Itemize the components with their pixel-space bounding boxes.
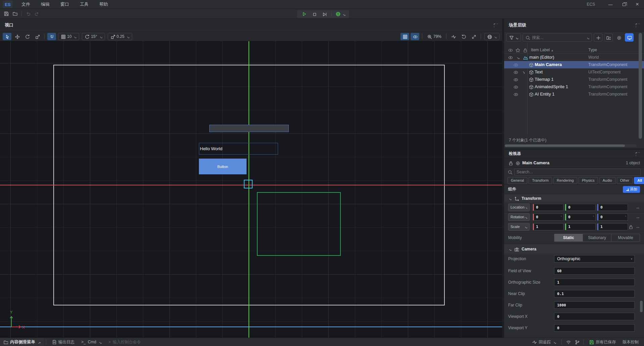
scale-y-input[interactable] — [565, 225, 595, 229]
scale-dropdown[interactable]: Scale — [508, 223, 530, 231]
scale-y-field[interactable] — [565, 223, 596, 230]
near-clip-field[interactable] — [554, 290, 635, 297]
tree-row-animatedsprite[interactable]: AnimatedSprite 1 TransformComponent — [504, 83, 644, 91]
rotate-tool-button[interactable] — [23, 33, 32, 40]
stats-button[interactable] — [449, 33, 458, 40]
fullscreen-button[interactable] — [469, 33, 478, 40]
rotation-y-input[interactable] — [565, 215, 595, 219]
visibility-column-icon[interactable] — [508, 48, 513, 52]
version-control-button[interactable]: 版本控制 — [619, 338, 644, 346]
minimize-button[interactable]: — — [604, 0, 617, 9]
gear-icon[interactable] — [515, 161, 520, 165]
rotation-dropdown[interactable]: Rotation — [508, 213, 530, 221]
scale-z-input[interactable] — [597, 225, 628, 229]
inspector-scrollbar[interactable] — [640, 301, 643, 321]
scale-z-field[interactable] — [597, 223, 628, 230]
rotation-x-input[interactable] — [533, 215, 563, 219]
scale-x-input[interactable] — [533, 225, 563, 229]
new-folder-button[interactable] — [604, 33, 613, 42]
tab-transform[interactable]: Transform — [529, 177, 552, 184]
tab-physics[interactable]: Physics — [579, 177, 598, 184]
orthographic-size-field[interactable] — [554, 279, 635, 286]
output-log-button[interactable]: 输出日志 — [48, 338, 78, 346]
projection-dropdown[interactable]: Orthographic ▾ — [554, 255, 635, 263]
column-type[interactable]: Type — [588, 48, 597, 52]
redo-button[interactable] — [33, 10, 41, 18]
tab-audio[interactable]: Audio — [599, 177, 615, 184]
save-button[interactable] — [2, 10, 11, 18]
scrollbar-thumb[interactable] — [640, 301, 643, 312]
location-dropdown[interactable]: Location — [508, 204, 530, 211]
viewport-y-field[interactable] — [554, 324, 635, 332]
stop-button[interactable] — [309, 10, 319, 18]
chevron-down-icon[interactable] — [516, 56, 520, 59]
far-clip-input[interactable] — [554, 303, 634, 307]
field-of-view-input[interactable] — [554, 269, 634, 273]
chevron-right-icon[interactable] — [521, 70, 525, 74]
content-drawer-button[interactable]: 内容侧滑菜单 — [0, 338, 44, 346]
mobility-static-option[interactable]: Static — [554, 234, 583, 241]
expand-panel-icon[interactable] — [635, 152, 639, 156]
selection-box[interactable] — [244, 180, 253, 188]
scale-tool-button[interactable] — [33, 33, 42, 40]
menu-tools[interactable]: 工具 — [78, 1, 90, 7]
text-object[interactable]: Hello World — [199, 143, 278, 155]
column-item-label[interactable]: Item Label ▲ — [531, 48, 553, 52]
visibility-eye-icon[interactable] — [513, 92, 518, 97]
tree-row-main-camera[interactable]: Main Camera TransformComponent — [504, 61, 644, 68]
snap-toggle-button[interactable] — [47, 33, 56, 40]
visibility-eye-icon[interactable] — [513, 84, 518, 89]
tilemap-bounds[interactable] — [257, 192, 341, 256]
save-status[interactable]: 所有已保存 — [586, 338, 619, 346]
move-tool-button[interactable] — [13, 33, 21, 40]
undo-button[interactable] — [24, 10, 33, 18]
lock-open-icon[interactable] — [508, 161, 513, 165]
visibility-eye-icon[interactable] — [513, 77, 518, 82]
hierarchy-settings-button[interactable] — [614, 33, 623, 42]
visibility-eye-icon[interactable] — [508, 55, 513, 60]
network-status-icon[interactable] — [564, 338, 573, 346]
visibility-eye-icon[interactable] — [513, 70, 518, 74]
source-control-icon[interactable] — [573, 338, 581, 346]
add-entity-button[interactable] — [594, 33, 602, 42]
scrollbar-thumb[interactable] — [639, 33, 642, 139]
menu-edit[interactable]: 编辑 — [40, 1, 51, 7]
tree-row-text[interactable]: Text UITextComponent — [504, 68, 644, 76]
rotation-snap-dropdown[interactable]: 15° — [82, 33, 105, 40]
scale-snap-dropdown[interactable]: 0.25 — [108, 33, 132, 40]
open-project-button[interactable] — [11, 10, 19, 18]
tree-row-ai-entity[interactable]: AI Entity 1 TransformComponent — [504, 91, 644, 98]
trace-dropdown[interactable]: 回追踪 — [529, 338, 559, 346]
scrollbar-thumb[interactable] — [505, 145, 625, 147]
add-component-button[interactable]: 添加 — [623, 186, 640, 193]
near-clip-input[interactable] — [554, 292, 634, 296]
location-y-input[interactable] — [565, 205, 595, 210]
hierarchy-search-input[interactable] — [532, 35, 584, 40]
menu-help[interactable]: 帮助 — [98, 1, 109, 7]
transform-section-header[interactable]: Transform — [504, 194, 644, 203]
orthographic-size-input[interactable] — [554, 280, 634, 285]
link-values-icon[interactable]: ↔ — [636, 215, 640, 220]
location-y-field[interactable] — [565, 204, 596, 211]
mobility-movable-option[interactable]: Movable — [611, 234, 640, 241]
vertical-scrollbar[interactable] — [639, 33, 642, 147]
run-target-dropdown[interactable] — [334, 10, 347, 18]
select-tool-button[interactable] — [3, 33, 11, 40]
location-x-field[interactable] — [533, 204, 564, 211]
maximize-button[interactable] — [617, 0, 631, 9]
viewport-x-input[interactable] — [554, 314, 634, 319]
menu-window[interactable]: 窗口 — [59, 1, 70, 7]
location-x-input[interactable] — [533, 205, 563, 210]
tab-all[interactable]: All — [634, 177, 644, 184]
tab-other[interactable]: Other — [617, 177, 633, 184]
show-grid-toggle[interactable] — [400, 33, 409, 40]
view-mode-button[interactable] — [625, 33, 634, 42]
world-dropdown[interactable] — [484, 33, 499, 40]
step-button[interactable] — [319, 10, 329, 18]
scale-x-field[interactable] — [533, 223, 564, 230]
cmd-dropdown[interactable]: >_ Cmd — [78, 338, 105, 346]
link-values-icon[interactable]: ↔ — [636, 224, 640, 229]
tab-rendering[interactable]: Rendering — [553, 177, 577, 184]
location-z-field[interactable] — [597, 204, 628, 211]
far-clip-field[interactable] — [554, 301, 635, 309]
